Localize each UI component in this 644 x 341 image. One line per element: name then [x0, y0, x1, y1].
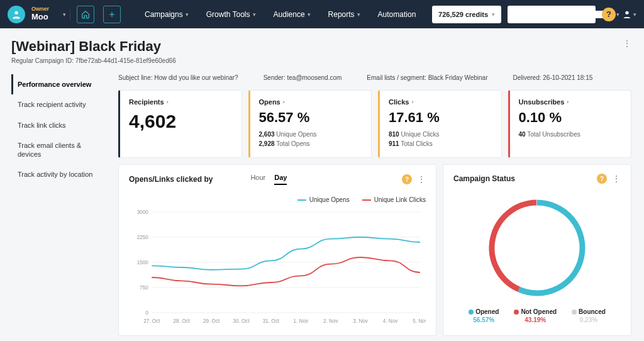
- chevron-right-icon: ›: [411, 99, 413, 105]
- info-icon[interactable]: ?: [597, 174, 607, 184]
- status-item-notopened: Not Opened 43.19%: [514, 308, 557, 323]
- line-chart-title: Opens/Links clicked by: [129, 175, 213, 184]
- donut-chart: [453, 191, 621, 305]
- line-chart: 075015002250300027. Oct28. Oct29. Oct30.…: [129, 207, 426, 327]
- brand-name: Moo: [31, 13, 49, 21]
- tab-day[interactable]: Day: [274, 174, 287, 185]
- sidebar-item-location[interactable]: Track activity by location: [11, 164, 106, 184]
- unsubs-value: 0.10 %: [519, 109, 623, 126]
- svg-text:1500: 1500: [137, 259, 148, 266]
- tab-hour[interactable]: Hour: [250, 174, 265, 185]
- credits-dropdown[interactable]: 726,529 credits▾: [432, 6, 501, 23]
- chart-more-menu[interactable]: ⋮: [417, 174, 426, 184]
- status-legend: Opened 56.57% Not Opened 43.19% Bounced …: [453, 308, 621, 323]
- nav-reports[interactable]: Reports▾: [328, 10, 360, 19]
- nav-audience[interactable]: Audience▾: [274, 10, 311, 19]
- status-item-bounced: Bounced 0.23%: [572, 308, 606, 323]
- report-sidebar: Performance overview Track recipient act…: [11, 74, 106, 336]
- brand-logo: [8, 6, 25, 23]
- panel-opens-links-chart: Opens/Links clicked by Hour Day ? ⋮ U: [118, 164, 436, 336]
- new-button[interactable]: [103, 6, 121, 23]
- global-search[interactable]: All▾: [508, 6, 596, 23]
- top-navbar: Owner Moo ▾ Campaigns▾ Growth Tools▾ Aud…: [0, 0, 644, 28]
- card-unsubscribes[interactable]: Unsubscribes› 0.10 % 40 Total Unsubscrib…: [508, 90, 632, 158]
- card-clicks[interactable]: Clicks› 17.61 % 810 Unique Clicks 911 To…: [378, 90, 502, 158]
- campaign-id: Regular Campaign ID: 7fbe72ab-44d1-415e-…: [11, 57, 176, 64]
- svg-text:5. Nov: 5. Nov: [413, 318, 426, 324]
- svg-text:2. Nov: 2. Nov: [323, 318, 338, 324]
- sidebar-item-performance[interactable]: Performance overview: [11, 74, 106, 94]
- chevron-down-icon: ▾: [253, 11, 256, 18]
- nav-campaigns[interactable]: Campaigns▾: [145, 10, 189, 19]
- person-icon: [622, 9, 632, 20]
- svg-text:29. Oct: 29. Oct: [203, 318, 220, 324]
- main-nav: Campaigns▾ Growth Tools▾ Audience▾ Repor…: [145, 10, 416, 19]
- svg-text:750: 750: [140, 284, 148, 291]
- page-title: [Webinar] Black Friday: [11, 38, 176, 55]
- status-title: Campaign Status: [453, 174, 515, 183]
- chevron-right-icon: ›: [283, 99, 285, 105]
- svg-text:31. Oct: 31. Oct: [263, 318, 280, 324]
- svg-point-0: [14, 11, 18, 14]
- search-input[interactable]: [516, 11, 603, 18]
- status-item-opened: Opened 56.57%: [469, 308, 499, 323]
- help-button[interactable]: ?: [602, 8, 616, 21]
- nav-growth-tools[interactable]: Growth Tools▾: [206, 10, 256, 19]
- campaign-meta: Subject line: How did you like our webin…: [118, 74, 631, 81]
- chevron-down-icon: ▾: [357, 11, 360, 18]
- clicks-value: 17.61 %: [389, 109, 492, 126]
- account-menu[interactable]: ▾: [622, 9, 636, 20]
- account-switcher[interactable]: ▾: [59, 9, 70, 20]
- chevron-down-icon: ▾: [616, 11, 619, 18]
- svg-point-2: [625, 11, 628, 14]
- svg-text:1. Nov: 1. Nov: [294, 318, 309, 324]
- chevron-down-icon: ▾: [308, 11, 311, 18]
- card-recipients[interactable]: Recipients› 4,602: [118, 90, 242, 158]
- panel-campaign-status: Campaign Status ? ⋮ Opened 56.57% Not Op…: [443, 164, 631, 336]
- opens-detail: 2,603 Unique Opens 2,928 Total Opens: [259, 130, 363, 148]
- account-block: Owner Moo: [31, 6, 49, 21]
- line-chart-legend: Unique Opens Unique Link Clicks: [129, 196, 426, 203]
- sidebar-item-link-clicks[interactable]: Track link clicks: [11, 115, 106, 135]
- svg-text:28. Oct: 28. Oct: [174, 318, 191, 324]
- svg-text:4. Nov: 4. Nov: [383, 318, 398, 324]
- status-more-menu[interactable]: ⋮: [612, 174, 621, 184]
- opens-value: 56.57 %: [259, 109, 363, 126]
- svg-text:0: 0: [145, 310, 148, 316]
- page-more-menu[interactable]: ⋮: [623, 38, 631, 48]
- svg-text:2250: 2250: [137, 234, 148, 240]
- info-icon[interactable]: ?: [402, 174, 412, 184]
- clicks-detail: 810 Unique Clicks 911 Total Clicks: [389, 130, 492, 148]
- svg-text:27. Oct: 27. Oct: [143, 318, 160, 324]
- chevron-down-icon: ▾: [63, 11, 66, 18]
- chevron-down-icon: ▾: [186, 11, 189, 18]
- sidebar-item-email-clients[interactable]: Track email clients & devices: [11, 135, 106, 165]
- svg-text:3. Nov: 3. Nov: [353, 318, 368, 324]
- sidebar-item-recipient-activity[interactable]: Track recipient activity: [11, 94, 106, 115]
- svg-text:30. Oct: 30. Oct: [233, 318, 250, 324]
- card-opens[interactable]: Opens› 56.57 % 2,603 Unique Opens 2,928 …: [248, 90, 372, 158]
- chevron-down-icon: ▾: [633, 11, 636, 18]
- chevron-right-icon: ›: [567, 99, 569, 105]
- svg-text:3000: 3000: [137, 209, 148, 215]
- unsubs-detail: 40 Total Unsubscribes: [519, 130, 623, 139]
- nav-automation[interactable]: Automation: [378, 10, 416, 19]
- home-button[interactable]: [77, 6, 94, 23]
- chevron-down-icon: ▾: [492, 11, 495, 18]
- chevron-right-icon: ›: [167, 99, 169, 105]
- recipients-value: 4,602: [129, 111, 233, 132]
